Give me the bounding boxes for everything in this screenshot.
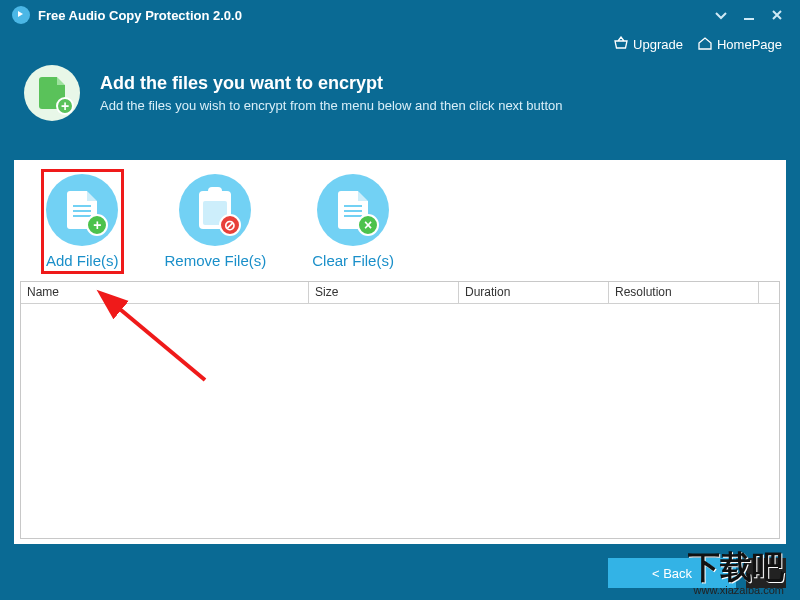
col-resolution[interactable]: Resolution bbox=[609, 282, 759, 303]
upgrade-label: Upgrade bbox=[633, 37, 683, 52]
upgrade-link[interactable]: Upgrade bbox=[613, 36, 683, 53]
col-duration[interactable]: Duration bbox=[459, 282, 609, 303]
add-files-button[interactable]: + Add File(s) bbox=[42, 170, 123, 273]
add-file-hero-icon: + bbox=[24, 65, 80, 121]
main-panel: + Add File(s) ⊘ Remove File(s) × Clear F… bbox=[14, 160, 786, 544]
remove-files-button[interactable]: ⊘ Remove File(s) bbox=[161, 170, 271, 273]
homepage-label: HomePage bbox=[717, 37, 782, 52]
file-table: Name Size Duration Resolution bbox=[20, 281, 780, 539]
home-icon bbox=[697, 36, 713, 53]
clear-icon: × bbox=[357, 214, 379, 236]
col-name[interactable]: Name bbox=[21, 282, 309, 303]
col-scrollbar[interactable] bbox=[759, 282, 779, 303]
page-title: Add the files you want to encrypt bbox=[100, 73, 562, 94]
app-logo-icon bbox=[12, 6, 30, 24]
remove-icon: ⊘ bbox=[219, 214, 241, 236]
table-header: Name Size Duration Resolution bbox=[21, 282, 779, 304]
page-subtitle: Add the files you wish to encrypt from t… bbox=[100, 98, 562, 113]
back-button[interactable]: < Back bbox=[608, 558, 736, 588]
remove-files-label: Remove File(s) bbox=[165, 252, 267, 269]
col-size[interactable]: Size bbox=[309, 282, 459, 303]
top-links: Upgrade HomePage bbox=[0, 30, 800, 55]
page-header: + Add the files you want to encrypt Add … bbox=[0, 55, 800, 139]
footer-buttons: < Back bbox=[608, 558, 786, 588]
add-files-label: Add File(s) bbox=[46, 252, 119, 269]
title-bar: Free Audio Copy Protection 2.0.0 bbox=[0, 0, 800, 30]
next-button-obscured[interactable] bbox=[746, 558, 786, 588]
clear-files-button[interactable]: × Clear File(s) bbox=[308, 170, 398, 273]
dropdown-icon[interactable] bbox=[710, 4, 732, 26]
action-toolbar: + Add File(s) ⊘ Remove File(s) × Clear F… bbox=[14, 160, 786, 281]
plus-icon: + bbox=[86, 214, 108, 236]
minimize-button[interactable] bbox=[738, 4, 760, 26]
clear-files-label: Clear File(s) bbox=[312, 252, 394, 269]
homepage-link[interactable]: HomePage bbox=[697, 36, 782, 53]
basket-icon bbox=[613, 36, 629, 53]
app-title: Free Audio Copy Protection 2.0.0 bbox=[38, 8, 242, 23]
close-button[interactable] bbox=[766, 4, 788, 26]
